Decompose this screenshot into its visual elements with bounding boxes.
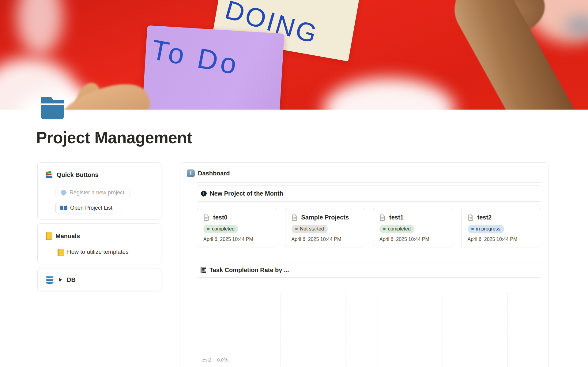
open-book-icon	[60, 205, 67, 211]
status-dot-icon	[471, 228, 474, 230]
new-project-section-header: ! New Project of the Month	[197, 185, 541, 202]
folder-icon	[41, 105, 64, 119]
quick-buttons-title: Quick Buttons	[57, 171, 99, 178]
dashboard-card: Dashboard ! New Project of the Month tes…	[180, 162, 548, 367]
project-date: April 6, 2025 10:44 PM	[292, 237, 359, 242]
expand-toggle-icon[interactable]	[59, 278, 62, 282]
project-date: April 6, 2025 10:44 PM	[379, 237, 447, 242]
page-document-icon	[379, 214, 386, 221]
page-title: Project Management	[36, 129, 588, 147]
project-card-test2[interactable]: test2 in progress April 6, 2025 10:44 PM	[461, 208, 541, 247]
project-card-sample-projects[interactable]: Sample Projects Not started April 6, 202…	[285, 208, 365, 247]
chart-category-label: test2	[197, 357, 211, 362]
page-document-icon	[203, 214, 209, 221]
dashboard-title: Dashboard	[198, 170, 230, 177]
status-badge: completed	[203, 225, 238, 233]
info-icon	[187, 169, 195, 177]
cover-image: DOING To Do	[0, 0, 588, 110]
page-body: Quick Buttons Register a new project Ope…	[0, 162, 588, 367]
new-project-section-title: New Project of the Month	[210, 190, 283, 197]
sticky-note-todo-text: To Do	[149, 33, 242, 81]
status-badge: Not started	[292, 225, 328, 233]
books-icon	[46, 171, 54, 179]
seal-exclamation-icon: !	[201, 190, 207, 197]
project-cards-row: test0 completed April 6, 2025 10:44 PM S…	[197, 208, 541, 247]
project-name: test0	[213, 214, 228, 221]
chart-value-label: 0.0%	[217, 357, 228, 362]
project-name: test1	[389, 214, 404, 221]
dashboard-content: ! New Project of the Month test0 complet…	[197, 185, 541, 367]
folder-icon	[41, 97, 64, 103]
status-badge: completed	[379, 225, 414, 233]
project-date: April 6, 2025 10:44 PM	[468, 237, 535, 242]
status-badge: in progress	[468, 225, 504, 233]
open-project-list-label: Open Project List	[70, 205, 112, 211]
register-new-project-label: Register a new project	[70, 189, 124, 196]
project-card-test1[interactable]: test1 completed April 6, 2025 10:44 PM	[373, 208, 453, 247]
manuals-heading: Manuals	[46, 232, 153, 240]
open-project-list-button[interactable]: Open Project List	[55, 203, 117, 213]
project-card-test0[interactable]: test0 completed April 6, 2025 10:44 PM	[197, 208, 277, 247]
task-completion-section-header: Task Completion Rate by ...	[197, 263, 541, 278]
db-title: DB	[67, 276, 76, 283]
register-new-project-button[interactable]: Register a new project	[55, 187, 130, 198]
sidebar: Quick Buttons Register a new project Ope…	[37, 162, 161, 367]
notebook-icon	[58, 249, 64, 256]
divider	[197, 182, 541, 183]
task-completion-chart: test2 0.0%	[197, 293, 541, 367]
notebook-icon	[46, 232, 52, 240]
status-dot-icon	[383, 228, 386, 230]
cover-blur-highlight	[323, 78, 455, 110]
database-icon	[46, 276, 54, 284]
task-completion-section-title: Task Completion Rate by ...	[209, 267, 289, 274]
page-icon-folder[interactable]	[41, 97, 64, 119]
sticky-note-todo: To Do	[140, 25, 285, 110]
horizontal-bar-chart-icon	[201, 267, 207, 273]
seal-badge-icon	[61, 190, 67, 196]
how-to-utilize-templates-link[interactable]: How to utilize templates	[67, 249, 129, 256]
dashboard-heading: Dashboard	[187, 169, 541, 178]
quick-buttons-heading: Quick Buttons	[46, 170, 153, 179]
cover-blur-streak	[17, 0, 63, 55]
quick-buttons-card: Quick Buttons Register a new project Ope…	[37, 162, 161, 219]
page-document-icon	[292, 214, 298, 221]
manual-link-row: How to utilize templates	[58, 249, 153, 256]
project-name: Sample Projects	[301, 214, 349, 221]
chart-plot	[215, 293, 541, 367]
manuals-title: Manuals	[55, 233, 80, 240]
db-toggle-row[interactable]: DB	[46, 276, 76, 284]
project-name: test2	[477, 214, 492, 221]
status-dot-icon	[207, 228, 209, 230]
divider	[55, 244, 144, 244]
status-dot-icon	[295, 228, 298, 230]
project-date: April 6, 2025 10:44 PM	[203, 237, 271, 242]
manuals-card: Manuals How to utilize templates	[37, 223, 161, 264]
page-document-icon	[468, 214, 474, 221]
db-card[interactable]: DB	[37, 268, 161, 291]
